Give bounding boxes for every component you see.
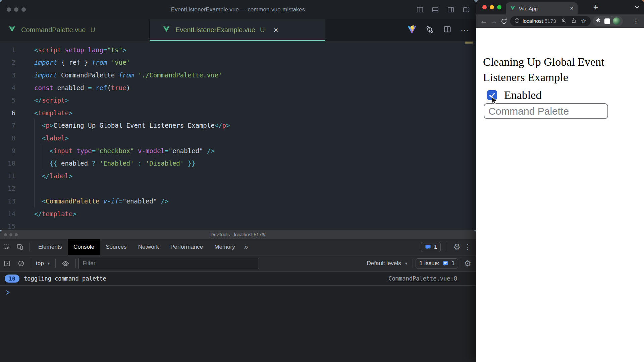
maximize-window-button[interactable] — [497, 5, 501, 9]
divider — [31, 259, 31, 268]
close-tab-icon[interactable]: × — [273, 26, 278, 34]
devtools-tab-memory[interactable]: Memory — [209, 239, 240, 255]
minimize-window-button[interactable] — [14, 7, 18, 12]
console-message: toggling command palette — [24, 275, 106, 282]
console-log-row[interactable]: 10 toggling command palette CommandPalet… — [0, 272, 476, 286]
source-location-link[interactable]: CommandPalette.vue:8 — [388, 275, 457, 282]
settings-gear-icon[interactable]: ⚙ — [453, 243, 461, 251]
tab-search-chevron-icon[interactable] — [634, 4, 640, 11]
minimize-window-button[interactable] — [490, 5, 494, 9]
extension-icon[interactable] — [604, 18, 610, 24]
log-levels-selector[interactable]: Default levels ▼ — [367, 260, 408, 267]
vscode-window: EventListenerExample.vue — common-vue-mi… — [0, 0, 476, 230]
browser-tab-vite-app[interactable]: Vite App × — [506, 2, 578, 14]
toggle-secondary-sidebar-icon[interactable] — [447, 6, 454, 13]
console-messages-badge[interactable]: 1 — [421, 242, 441, 252]
customize-layout-icon[interactable] — [463, 6, 470, 13]
devtools-tab-network[interactable]: Network — [132, 239, 165, 255]
prompt-chevron-icon — [6, 290, 11, 295]
close-tab-icon[interactable]: × — [570, 5, 574, 12]
toggle-primary-sidebar-icon[interactable] — [416, 6, 424, 13]
issue-label: 1 Issue: — [419, 260, 439, 267]
code-line[interactable]: 10 {{ enabled ? 'Enabled' : 'Disabled' }… — [0, 157, 476, 170]
code-line[interactable]: 8 <label> — [0, 132, 476, 144]
more-actions-icon[interactable]: ⋯ — [461, 25, 469, 35]
context-value: top — [36, 260, 44, 267]
console-sidebar-icon[interactable] — [3, 260, 11, 267]
console-prompt[interactable] — [0, 286, 476, 299]
maximize-window-button[interactable] — [21, 7, 26, 12]
code-line[interactable]: 3import CommandPalette from './CommandPa… — [0, 69, 476, 81]
bookmark-star-icon[interactable]: ☆ — [581, 18, 587, 24]
code-text: <script setup lang="ts"> — [34, 46, 126, 54]
zoom-icon[interactable] — [561, 18, 567, 25]
line-number: 9 — [0, 147, 15, 155]
code-line[interactable]: 5</script> — [0, 94, 476, 107]
code-line[interactable]: 4const enabled = ref(true) — [0, 81, 476, 94]
code-line[interactable]: 1<script setup lang="ts"> — [0, 44, 476, 56]
code-text: <input type="checkbox" v-model="enabled"… — [34, 147, 215, 155]
forward-button[interactable]: → — [489, 17, 499, 25]
window-controls[interactable] — [0, 7, 26, 12]
console-toolbar: top ▼ Default levels ▼ 1 Issue: 1 ⚙ — [0, 255, 476, 272]
window-title: EventListenerExample.vue — common-vue-mi… — [0, 6, 476, 13]
code-line[interactable]: 7 <p>Cleaning Up Global Event Listeners … — [0, 119, 476, 132]
issues-counter[interactable]: 1 Issue: 1 — [416, 258, 458, 268]
chevron-down-icon: ▼ — [47, 261, 51, 265]
code-editor[interactable]: 1<script setup lang="ts">2import { ref }… — [0, 41, 476, 230]
code-line[interactable]: 2import { ref } from 'vue' — [0, 56, 476, 69]
code-line[interactable]: 6<template> — [0, 107, 476, 119]
vue-file-icon — [8, 25, 16, 35]
code-line[interactable]: 14</template> — [0, 207, 476, 220]
toggle-panel-icon[interactable] — [432, 6, 439, 13]
back-button[interactable]: ← — [479, 17, 489, 25]
profile-avatar[interactable] — [613, 17, 620, 25]
console-filter-input[interactable] — [78, 258, 259, 269]
open-changes-icon[interactable] — [425, 25, 434, 35]
devtools-tab-console[interactable]: Console — [68, 239, 100, 255]
editor-tab-commandpalette[interactable]: CommandPalette.vue U — [0, 19, 150, 41]
address-bar[interactable]: localhost:5173 ☆ — [510, 16, 591, 26]
console-settings-gear-icon[interactable]: ⚙ — [464, 259, 471, 267]
devtools-tab-elements[interactable]: Elements — [33, 239, 68, 255]
context-selector[interactable]: top ▼ — [36, 260, 51, 267]
vscode-titlebar: EventListenerExample.vue — common-vue-mi… — [0, 0, 476, 19]
share-icon[interactable] — [571, 18, 577, 25]
code-line[interactable]: 15 — [0, 220, 476, 230]
code-line[interactable]: 13 <CommandPalette v-if="enabled" /> — [0, 195, 476, 207]
device-toolbar-icon[interactable] — [16, 243, 24, 251]
levels-value: Default levels — [367, 260, 401, 267]
clear-console-icon[interactable] — [17, 260, 25, 267]
reload-button[interactable] — [499, 18, 509, 25]
line-number: 10 — [0, 160, 15, 167]
vue-file-icon — [163, 25, 170, 35]
devtools-tab-performance[interactable]: Performance — [165, 239, 209, 255]
inspect-element-icon[interactable] — [3, 243, 10, 251]
line-number: 1 — [0, 46, 15, 54]
window-controls[interactable] — [482, 5, 501, 9]
eye-icon[interactable] — [62, 260, 69, 267]
chrome-menu-icon[interactable]: ⋮ — [633, 17, 641, 25]
devtools-tab-sources[interactable]: Sources — [100, 239, 132, 255]
extensions-puzzle-icon[interactable] — [595, 17, 602, 25]
site-info-icon[interactable] — [514, 18, 520, 25]
split-editor-icon[interactable] — [443, 25, 451, 35]
new-tab-button[interactable]: + — [591, 1, 601, 13]
code-line[interactable]: 12 — [0, 182, 476, 195]
page-heading: Cleaning Up Global Event Listeners Examp… — [483, 54, 635, 85]
devtools-menu-icon[interactable]: ⋮ — [464, 243, 471, 251]
more-tabs-icon[interactable]: » — [244, 243, 248, 251]
command-palette-input[interactable] — [484, 103, 608, 119]
chrome-toolbar: ← → localhost:5173 ☆ ⋮ — [476, 14, 644, 28]
close-window-button[interactable] — [7, 7, 11, 12]
divider — [447, 243, 447, 251]
chrome-tab-strip: Vite App × + — [476, 0, 644, 14]
code-line[interactable]: 9 <input type="checkbox" v-model="enable… — [0, 144, 476, 157]
issue-count: 1 — [451, 260, 454, 267]
code-line[interactable]: 11 </label> — [0, 170, 476, 182]
editor-tab-bar: CommandPalette.vue U EventListenerExampl… — [0, 19, 476, 41]
close-window-button[interactable] — [482, 5, 487, 9]
divider — [461, 259, 461, 268]
editor-tab-eventlistenerexample[interactable]: EventListenerExample.vue U × — [150, 19, 325, 41]
vite-logo-icon[interactable] — [408, 25, 416, 35]
